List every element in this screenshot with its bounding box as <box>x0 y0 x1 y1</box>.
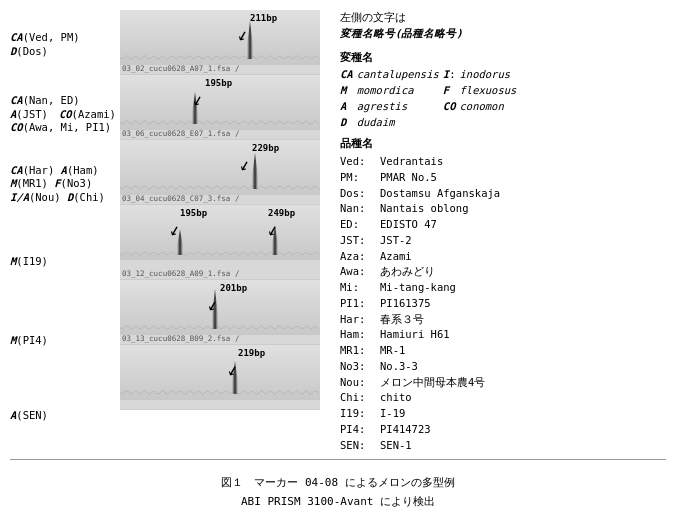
header-note-line1: 左側の文字は <box>340 10 666 26</box>
band-label-2: 195bp <box>205 78 232 88</box>
var-mr1: MR1:MR-1 <box>340 343 666 359</box>
species-title: 変種名 <box>340 50 666 66</box>
sp-abbr-a: A <box>340 100 346 112</box>
filename-1: 03_02_cucu0628_A07_1.fsa / <box>122 64 239 73</box>
sp-full-i: inodorus <box>460 67 521 83</box>
sp-full-a: agrestis <box>357 99 443 115</box>
label-2-co2: CO <box>10 121 23 133</box>
side-label-2: CA(Nan, ED) A(JST) CO(Azami) CO(Awa, Mi,… <box>10 85 116 145</box>
species-section: 変種名 CA cantalupensis I: inodorus M momor… <box>340 50 666 131</box>
var-aza: Aza:Azami <box>340 249 666 265</box>
var-har: Har:春系３号 <box>340 312 666 328</box>
sp-full-f: flexuosus <box>460 83 521 99</box>
labels-column: CA(Ved, PM) D(Dos) CA(Nan, ED) A(JST) CO… <box>10 10 120 453</box>
var-pi4: PI4:PI414723 <box>340 422 666 438</box>
var-no3: No3:No.3-3 <box>340 359 666 375</box>
header-note-line2: 変種名略号(品種名略号) <box>340 27 463 39</box>
var-ed: ED:EDISTO 47 <box>340 217 666 233</box>
sp-full-co: conomon <box>460 99 521 115</box>
var-nou: Nou:メロン中間母本農4号 <box>340 375 666 391</box>
var-chi: Chi:chito <box>340 390 666 406</box>
label-1-line1-part1: CA <box>10 31 23 43</box>
band-label-5: 201bp <box>220 283 247 293</box>
var-pi1: PI1:PI161375 <box>340 296 666 312</box>
var-nan: Nan:Nantais oblong <box>340 201 666 217</box>
filename-3: 03_04_cucu0628_C07_3.fsa / <box>122 194 239 203</box>
side-label-1: CA(Ved, PM) D(Dos) <box>10 15 116 75</box>
gel-lane-4: 195bp ↓ 249bp ↓ 03_12_cucu0628_A09_1.fsa… <box>120 205 320 280</box>
var-awa: Awa:あわみどり <box>340 264 666 280</box>
filename-4: 03_12_cucu0628_A09_1.fsa / <box>122 269 239 278</box>
gel-lane-6: 219bp ↓ <box>120 345 320 410</box>
varieties-title: 品種名 <box>340 136 666 152</box>
right-panel: 左側の文字は 変種名略号(品種名略号) 変種名 CA cantalupensis… <box>330 10 666 453</box>
side-label-5: M(PI4) <box>10 309 116 374</box>
species-table: CA cantalupensis I: inodorus M momordica… <box>340 67 520 130</box>
var-mi: Mi:Mi-tang-kang <box>340 280 666 296</box>
sp-abbr-m: M <box>340 84 346 96</box>
var-ved: Ved:Vedrantais <box>340 154 666 170</box>
divider <box>10 459 666 460</box>
gel-lane-1: 211bp ↓ 03_02_cucu0628_A07_1.fsa / <box>120 10 320 75</box>
gel-lane-3: 229bp ↓ 03_04_cucu0628_C07_3.fsa / <box>120 140 320 205</box>
band-label-4b: 249bp <box>268 208 295 218</box>
var-sen: SEN:SEN-1 <box>340 438 666 454</box>
var-ham: Ham:Hamiuri H61 <box>340 327 666 343</box>
content-area: CA(Ved, PM) D(Dos) CA(Nan, ED) A(JST) CO… <box>10 10 666 453</box>
band-label-3: 229bp <box>252 143 279 153</box>
filename-5: 03_13_cucu0628_B09_2.fsa / <box>122 334 239 343</box>
footer: 図１ マーカー 04-08 によるメロンの多型例 ABI PRISM 3100-… <box>10 474 666 511</box>
sp-full-m: momordica <box>357 83 443 99</box>
left-panel: CA(Ved, PM) D(Dos) CA(Nan, ED) A(JST) CO… <box>10 10 320 453</box>
label-2-co: CO <box>59 108 72 120</box>
var-jst: JST:JST-2 <box>340 233 666 249</box>
footer-line1: 図１ マーカー 04-08 によるメロンの多型例 <box>10 474 666 493</box>
side-label-4: M(I19) <box>10 224 116 299</box>
sp-abbr-f: F <box>443 84 449 96</box>
filename-2: 03_06_cucu0628_E07_1.fsa / <box>122 129 239 138</box>
sp-abbr-ca: CA <box>340 68 353 80</box>
label-1-line1-part2: (Ved, PM) <box>23 31 80 43</box>
gel-lane-2: 195bp ↓ 03_06_cucu0628_E07_1.fsa / <box>120 75 320 140</box>
sp-abbr-d: D <box>340 116 346 128</box>
band-label-6: 219bp <box>238 348 265 358</box>
var-dos: Dos:Dostamsu Afganskaja <box>340 186 666 202</box>
header-note: 左側の文字は 変種名略号(品種名略号) <box>340 10 666 42</box>
sp-abbr-co: CO <box>443 100 456 112</box>
footer-line2: ABI PRISM 3100-Avant により検出 <box>10 493 666 512</box>
var-i19: I19:I-19 <box>340 406 666 422</box>
sp-full-d: dudaim <box>357 115 443 131</box>
band-label-1: 211bp <box>250 13 277 23</box>
sp-full-ca: cantalupensis <box>357 67 443 83</box>
band-label-4a: 195bp <box>180 208 207 218</box>
sp-abbr-i: I <box>443 68 449 80</box>
main-container: CA(Ved, PM) D(Dos) CA(Nan, ED) A(JST) CO… <box>0 0 676 522</box>
var-pm: PM:PMAR No.5 <box>340 170 666 186</box>
side-label-6: A(SEN) <box>10 383 116 448</box>
label-1-line2-part2: (Dos) <box>16 45 48 57</box>
side-label-3: CA(Har) A(Ham) M(MR1) F(No3) I/A(Nou) D(… <box>10 154 116 214</box>
varieties-section: 品種名 Ved:Vedrantais PM:PMAR No.5 Dos:Dost… <box>340 136 666 453</box>
label-2-ca: CA <box>10 94 23 106</box>
gel-images-wrapper: 211bp ↓ 03_02_cucu0628_A07_1.fsa / 195bp… <box>120 10 320 453</box>
gel-lane-5: 201bp ↓ 03_13_cucu0628_B09_2.fsa / <box>120 280 320 345</box>
